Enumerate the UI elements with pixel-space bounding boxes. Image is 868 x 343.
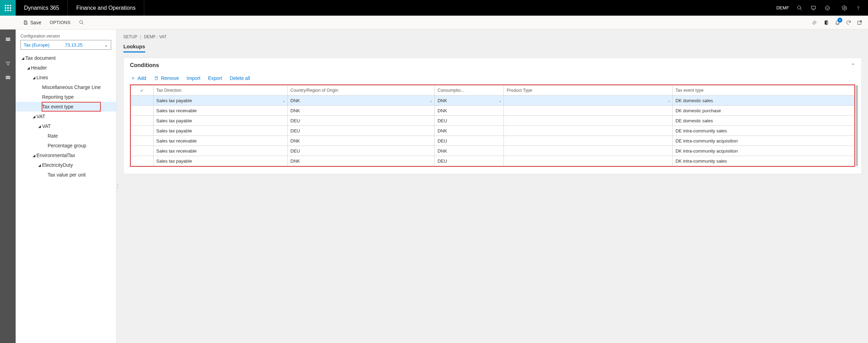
tree-vat[interactable]: ◢VAT — [16, 112, 116, 121]
delete-all-button[interactable]: Delete all — [230, 75, 250, 81]
attachments-button[interactable] — [810, 16, 821, 30]
cell-consumption[interactable]: DEU — [435, 156, 504, 166]
export-button[interactable]: Export — [208, 75, 222, 81]
cell-tax-direction[interactable]: Sales tax payable — [153, 126, 287, 136]
cell-product-type[interactable]: ⌄ — [504, 96, 673, 106]
cell-consumption[interactable]: DNK — [435, 126, 504, 136]
cell-tax-event[interactable]: DK intra-community sales — [672, 156, 854, 166]
col-country[interactable]: Country/Region of Origin — [287, 85, 434, 96]
row-select-cell[interactable] — [131, 96, 154, 106]
splitter[interactable] — [116, 30, 119, 343]
import-button[interactable]: Import — [187, 75, 200, 81]
cell-tax-direction[interactable]: Sales tax payable⌄ — [153, 96, 287, 106]
cell-tax-direction[interactable]: Sales tax receivable — [153, 106, 287, 116]
feedback-button[interactable] — [820, 0, 834, 16]
cell-product-type[interactable] — [504, 136, 673, 146]
col-tax-direction[interactable]: Tax Direction — [153, 85, 287, 96]
help-button[interactable] — [851, 0, 865, 16]
popout-button[interactable] — [854, 16, 865, 30]
col-select[interactable]: ✓ — [131, 85, 154, 96]
tree-header[interactable]: ◢Header — [16, 63, 116, 73]
cell-country[interactable]: DEU — [287, 116, 434, 126]
collapse-button[interactable]: ⌃ — [851, 63, 855, 68]
crumb-setup[interactable]: SETUP — [123, 34, 137, 39]
table-row[interactable]: Sales tax receivableDEUDNKDK intra-commu… — [131, 146, 854, 156]
brand-link[interactable]: Dynamics 365 — [16, 0, 68, 16]
row-select-cell[interactable] — [131, 126, 154, 136]
cell-tax-event[interactable]: DE domestic sales — [672, 116, 854, 126]
tree-tax-event-type[interactable]: ◢Tax event type — [16, 102, 116, 112]
cell-tax-direction[interactable]: Sales tax payable — [153, 116, 287, 126]
cell-country[interactable]: DNK — [287, 136, 434, 146]
add-button[interactable]: Add — [131, 75, 146, 81]
cell-tax-direction[interactable]: Sales tax payable — [153, 156, 287, 166]
cell-tax-direction[interactable]: Sales tax receivable — [153, 146, 287, 156]
cell-consumption[interactable]: DNK⌄ — [435, 96, 504, 106]
tree-rate[interactable]: ◢Rate — [16, 131, 116, 141]
save-button[interactable]: Save — [19, 16, 46, 30]
table-row[interactable]: Sales tax receivableDNKDEUDE intra-commu… — [131, 136, 854, 146]
filter-button[interactable] — [0, 57, 16, 71]
cell-tax-event[interactable]: DE intra-community sales — [672, 126, 854, 136]
hamburger-button[interactable] — [0, 32, 16, 46]
app-launcher-button[interactable] — [0, 0, 16, 16]
remove-button[interactable]: Remove — [154, 75, 179, 81]
col-consumption[interactable]: Consumptio... — [435, 85, 504, 96]
cell-consumption[interactable]: DEU — [435, 136, 504, 146]
refresh-button[interactable] — [843, 16, 854, 30]
table-row[interactable]: Sales tax payableDEUDNKDE intra-communit… — [131, 126, 854, 136]
cell-product-type[interactable] — [504, 126, 673, 136]
task-recorder-button[interactable] — [806, 0, 820, 16]
row-select-cell[interactable] — [131, 136, 154, 146]
cell-country[interactable]: DNK — [287, 156, 434, 166]
cell-consumption[interactable]: DNK — [435, 146, 504, 156]
company-code[interactable]: DEMF — [773, 5, 793, 10]
global-search-button[interactable] — [793, 0, 806, 16]
table-row[interactable]: Sales tax receivableDNKDNKDK domestic pu… — [131, 106, 854, 116]
office-button[interactable] — [821, 16, 832, 30]
cell-consumption[interactable]: DNK — [435, 106, 504, 116]
cell-tax-event[interactable]: DK intra-community acquisition — [672, 146, 854, 156]
ribbon-search-button[interactable] — [75, 16, 88, 30]
row-select-cell[interactable] — [131, 156, 154, 166]
panel-header[interactable]: Conditions ⌃ — [124, 58, 861, 71]
tree-tax-document[interactable]: ◢Tax document — [16, 53, 116, 63]
tree-misc-charge[interactable]: ◢Miscellaneous Charge Line — [16, 82, 116, 92]
notifications-button[interactable]: 0 — [832, 16, 843, 30]
list-button[interactable] — [0, 71, 16, 84]
cell-tax-event[interactable]: DK domestic purchase — [672, 106, 854, 116]
cell-country[interactable]: DEU — [287, 126, 434, 136]
row-select-cell[interactable] — [131, 106, 154, 116]
tree-tax-value-per-unit[interactable]: ◢Tax value per unit — [16, 170, 116, 180]
tree-environmental-tax[interactable]: ◢EnvironmentalTax — [16, 150, 116, 160]
cell-tax-event[interactable]: DK domestic sales — [672, 96, 854, 106]
config-version-select[interactable]: Tax (Europe) 73.13.25 ⌄ — [21, 40, 111, 50]
row-select-cell[interactable] — [131, 116, 154, 126]
cell-product-type[interactable] — [504, 106, 673, 116]
tree-vat-sub[interactable]: ◢VAT — [16, 121, 116, 131]
tree-percentage-group[interactable]: ◢Percentage group — [16, 141, 116, 150]
cell-tax-event[interactable]: DE intra-community acquisition — [672, 136, 854, 146]
cell-consumption[interactable]: DEU — [435, 116, 504, 126]
table-row[interactable]: Sales tax payableDEUDEUDE domestic sales — [131, 116, 854, 126]
cell-country[interactable]: DEU — [287, 146, 434, 156]
table-row[interactable]: Sales tax payable⌄DNK⌄DNK⌄⌄DK domestic s… — [131, 96, 854, 106]
cell-country[interactable]: DNK — [287, 106, 434, 116]
cell-country[interactable]: DNK⌄ — [287, 96, 434, 106]
cell-product-type[interactable] — [504, 156, 673, 166]
cell-tax-direction[interactable]: Sales tax receivable — [153, 136, 287, 146]
module-link[interactable]: Finance and Operations — [68, 0, 144, 16]
cell-product-type[interactable] — [504, 146, 673, 156]
col-product-type[interactable]: Product Type — [504, 85, 673, 96]
tree-lines[interactable]: ◢Lines — [16, 73, 116, 82]
settings-button[interactable] — [837, 0, 851, 16]
table-row[interactable]: Sales tax payableDNKDEUDK intra-communit… — [131, 156, 854, 166]
col-tax-event[interactable]: Tax event type — [672, 85, 854, 96]
tree-reporting-type[interactable]: ◢Reporting type — [16, 92, 116, 102]
tab-lookups[interactable]: Lookups — [123, 41, 145, 52]
row-select-cell[interactable] — [131, 146, 154, 156]
options-button[interactable]: OPTIONS — [46, 16, 75, 30]
grid-scrollbar[interactable] — [856, 85, 858, 166]
tree-electricity-duty[interactable]: ◢ElectricityDuty — [16, 160, 116, 170]
cell-product-type[interactable] — [504, 116, 673, 126]
